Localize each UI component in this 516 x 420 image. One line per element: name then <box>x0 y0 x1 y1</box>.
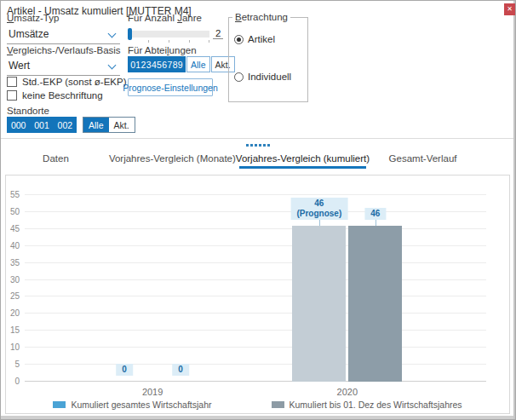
splitter-handle-icon[interactable] <box>246 144 270 147</box>
standorte-code-002[interactable]: 002 <box>58 120 73 130</box>
standorte-code-000[interactable]: 000 <box>11 120 26 130</box>
close-button[interactable]: ✕ <box>504 3 515 15</box>
chevron-down-icon <box>108 30 117 38</box>
abteilung-digit-3[interactable]: 3 <box>146 60 152 70</box>
app-window: Artikel - Umsatz kumuliert [MUTTER M4] ✕… <box>0 0 516 420</box>
close-icon: ✕ <box>507 5 513 13</box>
prognose-einstellungen-button[interactable]: Prognose-Einstellungen <box>128 78 213 96</box>
abteilungen-alle-button[interactable]: Alle <box>186 56 210 72</box>
abteilung-digit-5[interactable]: 5 <box>157 60 162 70</box>
tab-bar: DatenVorjahres-Vergleich (Monate)Vorjahr… <box>3 148 476 169</box>
abteilungen-digits: 0123456789 <box>128 56 186 72</box>
keine-beschriftung-label: keine Beschriftung <box>22 90 103 101</box>
umsatz-typ-label: Umsatz-Typ <box>7 13 59 23</box>
y-axis-tick-label: 45 <box>6 224 20 233</box>
gridline <box>25 313 486 314</box>
radio-artikel[interactable]: Artikel <box>234 34 302 44</box>
legend-swatch-icon <box>53 401 66 408</box>
umsatz-typ-select[interactable]: Umsätze <box>7 26 120 44</box>
jahre-value[interactable]: 2 <box>213 28 223 39</box>
verlaufs-basis-value: Wert <box>9 60 30 72</box>
chart-legend: Kumuliert gesamtes WirtschaftsjahrKumuli… <box>6 400 509 410</box>
x-axis-category-label: 2019 <box>142 387 163 397</box>
gridline <box>25 245 486 246</box>
y-axis-tick-label: 40 <box>6 241 20 250</box>
legend-swatch-icon <box>272 401 284 408</box>
chart-plot: 0046(Prognose)46 <box>25 175 486 382</box>
std-ekp-checkbox[interactable]: Std.-EKP (sonst ø-EKP) <box>7 77 127 87</box>
abteilung-digit-9[interactable]: 9 <box>178 60 183 70</box>
tab-daten[interactable]: Daten <box>3 148 109 169</box>
betrachtung-group: Betrachtung ArtikelIndividuell <box>228 12 308 102</box>
abteilung-digit-8[interactable]: 8 <box>173 60 178 70</box>
bar-2020-series1 <box>292 226 346 382</box>
legend-label: Kumuliert bis 01. Dez des Wirtschaftsjah… <box>290 400 462 410</box>
slider-tick <box>189 40 190 43</box>
jahre-slider[interactable] <box>128 31 209 37</box>
abteilungen-label: Für Abteilungen <box>128 45 197 55</box>
tab-label: Vorjahres-Vergleich (Monate) <box>109 153 236 164</box>
gridline <box>25 262 486 263</box>
legend-label: Kumuliert gesamtes Wirtschaftsjahr <box>71 400 211 410</box>
y-axis-tick-label: 5 <box>6 360 20 369</box>
tab-label: Daten <box>43 153 69 164</box>
radio-individuell[interactable]: Individuell <box>234 72 302 82</box>
standorte-code-001[interactable]: 001 <box>34 120 49 130</box>
y-axis-tick-label: 10 <box>6 342 20 352</box>
keine-beschriftung-checkbox[interactable]: keine Beschriftung <box>7 90 103 101</box>
gridline <box>25 194 486 195</box>
y-axis-tick-label: 30 <box>6 275 20 285</box>
standorte-akt-button[interactable]: Akt. <box>109 118 135 132</box>
badge-connector <box>376 220 376 226</box>
tab-vorjahres-vergleich-kumuliert-[interactable]: Vorjahres-Vergleich (kumuliert) <box>236 148 370 169</box>
tab-vorjahres-vergleich-monate-[interactable]: Vorjahres-Vergleich (Monate) <box>109 148 236 169</box>
std-ekp-label: Std.-EKP (sonst ø-EKP) <box>22 77 127 87</box>
y-axis-tick-label: 35 <box>6 258 20 268</box>
pane-separator <box>1 138 513 139</box>
standorte-alle-akt: Alle Akt. <box>83 117 135 133</box>
y-axis-tick-label: 55 <box>6 190 20 199</box>
abteilung-digit-4[interactable]: 4 <box>152 60 157 70</box>
standorte-alle-button[interactable]: Alle <box>83 118 109 132</box>
abteilung-digit-2[interactable]: 2 <box>141 60 146 70</box>
gridline <box>25 279 486 280</box>
y-axis-tick-label: 15 <box>6 325 20 335</box>
jahre-slider-thumb[interactable] <box>128 28 132 40</box>
chart-area: 0046(Prognose)46 Kumuliert gesamtes Wirt… <box>5 175 510 414</box>
abteilung-digit-7[interactable]: 7 <box>167 60 172 70</box>
checkbox-icon <box>7 77 17 87</box>
radio-label: Artikel <box>248 34 275 44</box>
betrachtung-label: Betrachtung <box>232 12 290 22</box>
badge-connector <box>319 220 320 226</box>
legend-item: Kumuliert gesamtes Wirtschaftsjahr <box>53 400 211 410</box>
y-axis-tick-label: 25 <box>6 291 20 301</box>
bar-2020-series2 <box>348 226 402 382</box>
verlaufs-basis-label: Vergleichs-/Verlaufs-Basis <box>7 45 121 55</box>
y-axis-tick-label: 0 <box>6 377 20 386</box>
abteilung-digit-6[interactable]: 6 <box>162 60 167 70</box>
slider-tick <box>148 40 149 43</box>
value-badge: 0 <box>172 364 189 376</box>
value-badge: 0 <box>116 364 133 376</box>
abteilungen-row: 0123456789 Alle Akt. <box>128 56 235 72</box>
gridline <box>25 347 486 348</box>
verlaufs-basis-select[interactable]: Wert <box>7 57 120 76</box>
standorte-label: Standorte <box>7 106 49 116</box>
abteilung-digit-0[interactable]: 0 <box>130 60 135 70</box>
abteilung-digit-1[interactable]: 1 <box>135 60 140 70</box>
gridline <box>25 381 486 382</box>
value-badge: 46 <box>364 208 386 220</box>
y-axis-tick-label: 50 <box>6 207 20 216</box>
legend-item: Kumuliert bis 01. Dez des Wirtschaftsjah… <box>272 400 462 410</box>
y-axis-tick-label: 20 <box>6 308 20 318</box>
value-badge: 46(Prognose) <box>290 198 347 220</box>
umsatz-typ-value: Umsätze <box>9 28 49 40</box>
tab-gesamt-verlauf[interactable]: Gesamt-Verlauf <box>370 148 476 169</box>
radio-label: Individuell <box>248 72 291 82</box>
tab-label: Gesamt-Verlauf <box>389 153 457 164</box>
gridline <box>25 211 486 212</box>
gridline <box>25 296 486 296</box>
gridline <box>25 228 486 229</box>
chevron-down-icon <box>108 61 117 70</box>
radio-selected-icon <box>234 35 244 44</box>
